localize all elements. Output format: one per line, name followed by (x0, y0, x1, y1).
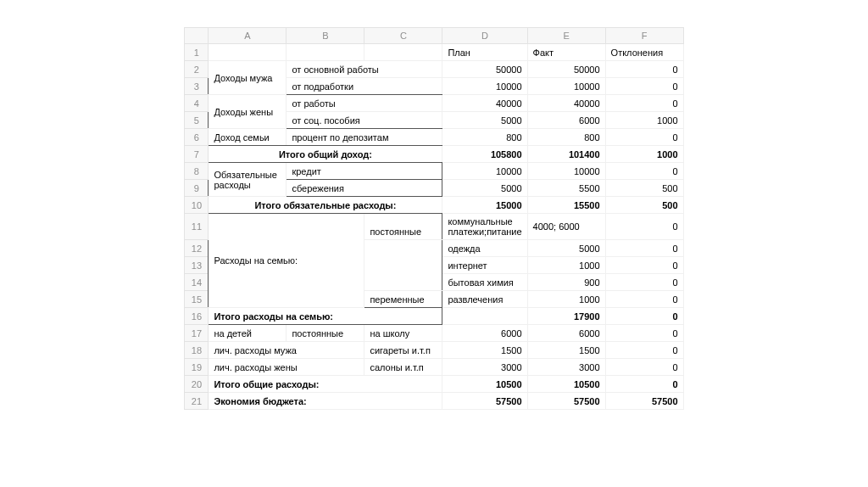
cell[interactable]: 500 (605, 197, 683, 214)
cell[interactable]: от основной работы (287, 61, 442, 78)
cell[interactable]: 800 (442, 129, 527, 146)
cell-var[interactable]: переменные (364, 291, 442, 308)
spreadsheet-grid[interactable]: A B C D E F 1 План Факт Отклонения 2 Дох… (184, 27, 683, 410)
cell-family-total[interactable]: Итого расходы на семью: (209, 308, 442, 325)
cell[interactable]: 105800 (442, 146, 527, 163)
cell[interactable]: 1000 (527, 257, 605, 274)
row-header[interactable]: 20 (185, 376, 209, 393)
cell[interactable]: 1000 (527, 291, 605, 308)
cell[interactable]: 3000 (442, 359, 527, 376)
row-header[interactable]: 18 (185, 342, 209, 359)
cell[interactable] (364, 240, 442, 291)
cell-general-total[interactable]: Итого общие расходы: (209, 376, 442, 393)
cell[interactable]: 500 (605, 180, 683, 197)
cell-family-label[interactable]: Доход семьи (209, 129, 287, 146)
row-header[interactable]: 7 (185, 146, 209, 163)
cell-wife-label[interactable]: Доходы жены (209, 95, 287, 129)
cell[interactable]: 0 (605, 291, 683, 308)
cell[interactable]: коммунальные платежи;питание (442, 214, 527, 240)
cell[interactable]: 5000 (442, 112, 527, 129)
row-header[interactable]: 17 (185, 325, 209, 342)
cell[interactable]: от соц. пособия (287, 112, 442, 129)
cell[interactable]: 10000 (527, 78, 605, 95)
cell[interactable]: одежда (442, 240, 527, 257)
cell[interactable]: 0 (605, 214, 683, 240)
cell[interactable]: 101400 (527, 146, 605, 163)
cell[interactable]: 10500 (442, 376, 527, 393)
row-header[interactable]: 5 (185, 112, 209, 129)
row-header[interactable]: 21 (185, 393, 209, 410)
cell[interactable] (209, 44, 287, 61)
cell-oblig-total-label[interactable]: Итого обязательные расходы: (209, 197, 442, 214)
cell[interactable]: 3000 (527, 359, 605, 376)
cell[interactable]: 0 (605, 95, 683, 112)
cell[interactable]: 0 (605, 359, 683, 376)
cell[interactable]: кредит (287, 163, 442, 180)
cell[interactable]: 50000 (442, 61, 527, 78)
cell[interactable]: 900 (527, 274, 605, 291)
col-header-e[interactable]: E (527, 28, 605, 44)
cell-oblig-label[interactable]: Обязательные расходы (209, 163, 287, 197)
cell[interactable]: на детей (209, 325, 287, 342)
col-header-c[interactable]: C (364, 28, 442, 44)
cell[interactable]: 0 (605, 163, 683, 180)
cell[interactable]: 50000 (527, 61, 605, 78)
row-header[interactable]: 11 (185, 214, 209, 240)
cell[interactable]: 10000 (442, 78, 527, 95)
col-header-b[interactable]: B (287, 28, 364, 44)
cell[interactable]: сбережения (287, 180, 442, 197)
cell[interactable]: постоянные (287, 325, 364, 342)
cell-husband-label[interactable]: Доходы мужа (209, 61, 287, 95)
cell[interactable]: сигареты и.т.п (364, 342, 442, 359)
cell-savings[interactable]: Экономия бюджета: (209, 393, 442, 410)
row-header[interactable]: 8 (185, 163, 209, 180)
cell-fact[interactable]: Факт (527, 44, 605, 61)
cell[interactable]: 0 (605, 257, 683, 274)
cell[interactable] (287, 44, 364, 61)
cell-plan[interactable]: План (442, 44, 527, 61)
cell-income-total-label[interactable]: Итого общий доход: (209, 146, 442, 163)
col-header-f[interactable]: F (605, 28, 683, 44)
cell[interactable]: 40000 (527, 95, 605, 112)
cell[interactable]: 0 (605, 78, 683, 95)
cell[interactable]: 5000 (527, 240, 605, 257)
cell[interactable]: 0 (605, 308, 683, 325)
cell[interactable]: от подработки (287, 78, 442, 95)
cell[interactable]: 6000 (527, 112, 605, 129)
cell[interactable]: 1000 (605, 112, 683, 129)
cell[interactable]: 0 (605, 240, 683, 257)
col-header-a[interactable]: A (209, 28, 287, 44)
cell[interactable]: 57500 (527, 393, 605, 410)
row-header[interactable]: 15 (185, 291, 209, 308)
cell[interactable] (364, 44, 442, 61)
cell[interactable]: интернет (442, 257, 527, 274)
row-header[interactable]: 9 (185, 180, 209, 197)
cell[interactable]: 6000 (527, 325, 605, 342)
cell[interactable]: 0 (605, 129, 683, 146)
cell[interactable]: 10000 (527, 163, 605, 180)
row-header[interactable]: 14 (185, 274, 209, 291)
row-header[interactable]: 2 (185, 61, 209, 78)
cell[interactable]: 57500 (605, 393, 683, 410)
cell[interactable]: развлечения (442, 291, 527, 308)
row-header[interactable]: 6 (185, 129, 209, 146)
cell[interactable]: лич. расходы жены (209, 359, 364, 376)
cell[interactable]: 1500 (527, 342, 605, 359)
cell[interactable]: бытовая химия (442, 274, 527, 291)
cell[interactable]: 15500 (527, 197, 605, 214)
col-header-d[interactable]: D (442, 28, 527, 44)
cell-dev[interactable]: Отклонения (605, 44, 683, 61)
cell[interactable]: 57500 (442, 393, 527, 410)
cell[interactable]: 800 (527, 129, 605, 146)
cell[interactable]: от работы (287, 95, 442, 112)
cell[interactable]: процент по депозитам (287, 129, 442, 146)
cell[interactable]: лич. расходы мужа (209, 342, 364, 359)
row-header[interactable]: 4 (185, 95, 209, 112)
cell[interactable]: 1000 (605, 146, 683, 163)
row-header[interactable]: 19 (185, 359, 209, 376)
row-header[interactable]: 3 (185, 78, 209, 95)
cell[interactable]: на школу (364, 325, 442, 342)
cell[interactable]: 0 (605, 376, 683, 393)
cell[interactable]: 0 (605, 61, 683, 78)
cell[interactable]: 5500 (527, 180, 605, 197)
